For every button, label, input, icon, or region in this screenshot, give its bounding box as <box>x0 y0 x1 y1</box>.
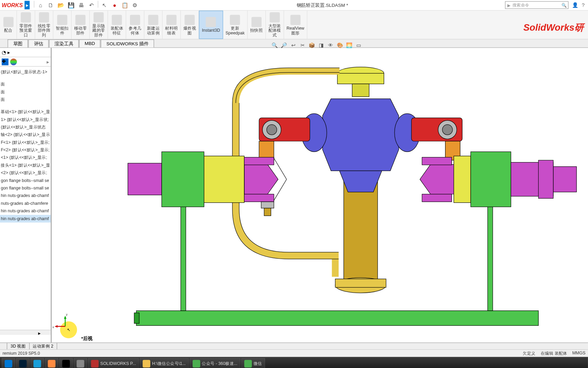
zoom-area-icon[interactable]: 🔎 <box>280 42 288 49</box>
taskbar-item[interactable]: SOLIDWORKS P... <box>88 358 139 368</box>
ribbon-Instant3D[interactable]: Instant3D <box>199 11 223 39</box>
bottom-tab[interactable]: 运动算例 2 <box>30 343 57 349</box>
logo-dropdown[interactable]: ▶ <box>24 1 30 9</box>
ribbon-移动零部件[interactable]: 移动零部件 <box>71 11 89 39</box>
ribbon-大型装配体模式[interactable]: 大型装配体模式 <box>266 11 284 39</box>
view-orientation-label: *后视 <box>81 335 93 342</box>
taskbar-item[interactable]: 微信 <box>241 358 265 368</box>
svg-rect-33 <box>538 160 553 198</box>
tree-item[interactable]: 面 <box>0 96 51 103</box>
tree-item[interactable]: F<2> (默认<<默认>_显示; <box>0 146 51 154</box>
tab-MBD[interactable]: MBD <box>79 40 101 48</box>
svg-rect-1 <box>134 313 139 323</box>
home-icon[interactable]: ⌂ <box>36 1 45 9</box>
section-view-icon[interactable]: ✂ <box>299 42 306 49</box>
previous-view-icon[interactable]: ↩ <box>290 42 297 49</box>
bottom-tab[interactable] <box>0 343 7 349</box>
expand-icon[interactable]: ▸ <box>47 59 49 64</box>
ribbon-新建运动算例[interactable]: 新建运动算例 <box>144 11 162 39</box>
select-icon[interactable]: ↖ <box>100 1 109 9</box>
ribbon-显示隐藏的零部件[interactable]: 显示隐藏的零部件 <box>90 11 108 39</box>
tree-item[interactable]: nuts-grades ab-chamfere <box>0 200 51 207</box>
graphics-viewport[interactable]: y x ↖ *后视 <box>52 48 588 343</box>
tree-item[interactable]: 轴<2> (默认<<默认>_显示 <box>0 131 51 138</box>
svg-rect-21 <box>162 152 204 207</box>
svg-rect-32 <box>553 167 576 192</box>
save-icon[interactable]: 💾 <box>66 1 76 9</box>
undo-icon[interactable]: ↶ <box>87 1 96 9</box>
new-icon[interactable]: 🗋 <box>46 1 55 9</box>
taskbar-item[interactable] <box>59 358 73 368</box>
svg-rect-5 <box>181 205 186 311</box>
hide-show-icon[interactable]: 👁 <box>327 42 334 49</box>
taskbar-item[interactable] <box>74 358 87 368</box>
heads-up-toolbar: 🔍 🔎 ↩ ✂ 📦 ◨ 👁 🎨 🌅 ▭ <box>271 42 362 49</box>
ribbon-装配体特征[interactable]: 装配体特征 <box>108 11 126 39</box>
tree-item[interactable]: hin nuts-grades ab-chamf <box>0 207 51 215</box>
status-item: 欠定义 <box>523 350 535 356</box>
svg-rect-27 <box>422 157 452 165</box>
user-icon[interactable]: 👤 <box>572 2 578 8</box>
help-icon[interactable]: ? <box>582 2 585 8</box>
open-icon[interactable]: 📂 <box>56 1 65 9</box>
options-icon[interactable]: 📋 <box>120 1 129 9</box>
edit-appearance-icon[interactable]: 🎨 <box>336 42 344 49</box>
tree-item[interactable]: 基础<1> (默认<<默认>_显 <box>0 108 51 116</box>
tree-scrollbar[interactable]: ▸ <box>0 330 51 335</box>
svg-rect-8 <box>337 73 384 84</box>
view-settings-icon[interactable]: ▭ <box>355 42 362 49</box>
document-title: 钢筋矫正装置.SLDASM * <box>140 2 505 9</box>
config-manager-icon[interactable] <box>10 58 17 65</box>
tree-filter[interactable]: ◔ ▸ <box>0 48 51 57</box>
taskbar-item[interactable] <box>2 358 15 368</box>
ribbon-智能扣件[interactable]: 智能扣件 <box>53 11 71 39</box>
zoom-fit-icon[interactable]: 🔍 <box>271 42 278 49</box>
tree-item[interactable]: gon flange bolts--small se <box>0 184 51 192</box>
tree-item[interactable]: gon flange bolts--small se <box>0 177 51 184</box>
tab-评估[interactable]: 评估 <box>28 40 49 48</box>
ribbon-更新Speedpak[interactable]: 更新Speedpak <box>223 11 247 39</box>
taskbar-item[interactable] <box>45 358 59 368</box>
taskbar-item[interactable]: H:\微信公众号\1... <box>140 358 189 368</box>
print-icon[interactable]: 🖶 <box>77 1 86 9</box>
motion-study-tabs: 3D 视图运动算例 2 <box>0 342 588 349</box>
tree-item[interactable]: 面 <box>0 88 51 96</box>
tree-item[interactable]: 接头<1> (默认<<默认>_显 <box>0 162 51 169</box>
svg-rect-25 <box>261 202 274 208</box>
ribbon-材料明细表[interactable]: 材料明细表 <box>163 11 181 39</box>
tree-item[interactable]: <1> (默认<<默认>_显示; <box>0 154 51 162</box>
ribbon-爆炸视图[interactable]: 爆炸视图 <box>181 11 199 39</box>
display-style-icon[interactable]: ◨ <box>317 42 325 49</box>
tree-item[interactable]: hin nuts-grades ab-chamf <box>0 215 51 223</box>
tree-item[interactable]: F<1> (默认<<默认>_显示; <box>0 139 51 146</box>
tree-item[interactable]: (默认<默认_显示状态-1> <box>0 68 51 76</box>
ribbon-线性零部件阵列[interactable]: 线性零部件阵列 <box>35 11 53 39</box>
ribbon-配合[interactable]: 配合 <box>0 11 17 39</box>
tree-item[interactable]: 面 <box>0 80 51 88</box>
svg-rect-30 <box>471 152 511 207</box>
tree-item[interactable]: (默认<<默认>_显示状态 <box>0 123 51 131</box>
ribbon-拍快照[interactable]: 拍快照 <box>248 11 266 39</box>
windows-taskbar: SOLIDWORKS P...H:\微信公众号\1...公众号 - 360极速.… <box>0 357 588 368</box>
settings-icon[interactable]: ⚙ <box>130 1 140 9</box>
ribbon-参考几何体[interactable]: 参考几何体 <box>126 11 144 39</box>
search-input[interactable]: ▶ 搜索命令 🔍 <box>505 1 569 9</box>
bottom-tab[interactable]: 3D 视图 <box>7 343 29 349</box>
tab-SOLIDWORKS 插件[interactable]: SOLIDWORKS 插件 <box>101 40 154 48</box>
view-triad[interactable]: y x ↖ <box>60 321 77 338</box>
taskbar-item[interactable]: 公众号 - 360极速... <box>190 358 240 368</box>
apply-scene-icon[interactable]: 🌅 <box>345 42 353 49</box>
tab-草图[interactable]: 草图 <box>7 40 28 48</box>
view-orient-icon[interactable]: 📦 <box>308 42 316 49</box>
ribbon-零部件预览窗口[interactable]: 零部件预览窗口 <box>17 11 35 39</box>
taskbar-item[interactable] <box>16 358 30 368</box>
svg-text:y: y <box>66 313 68 316</box>
rebuild-icon[interactable]: ● <box>110 1 119 9</box>
tree-item[interactable]: hin nuts-grades ab-chamf <box>0 192 51 200</box>
taskbar-item[interactable] <box>31 358 44 368</box>
tab-渲染工具[interactable]: 渲染工具 <box>49 40 79 48</box>
ribbon-RealView图形[interactable]: RealView图形 <box>284 11 307 39</box>
tree-item[interactable]: <2> (默认<<默认>_显示; <box>0 169 51 177</box>
feature-manager-icon[interactable]: ✚ <box>2 58 9 65</box>
tree-item[interactable]: 1> (默认<<默认>_显示状; <box>0 116 51 123</box>
